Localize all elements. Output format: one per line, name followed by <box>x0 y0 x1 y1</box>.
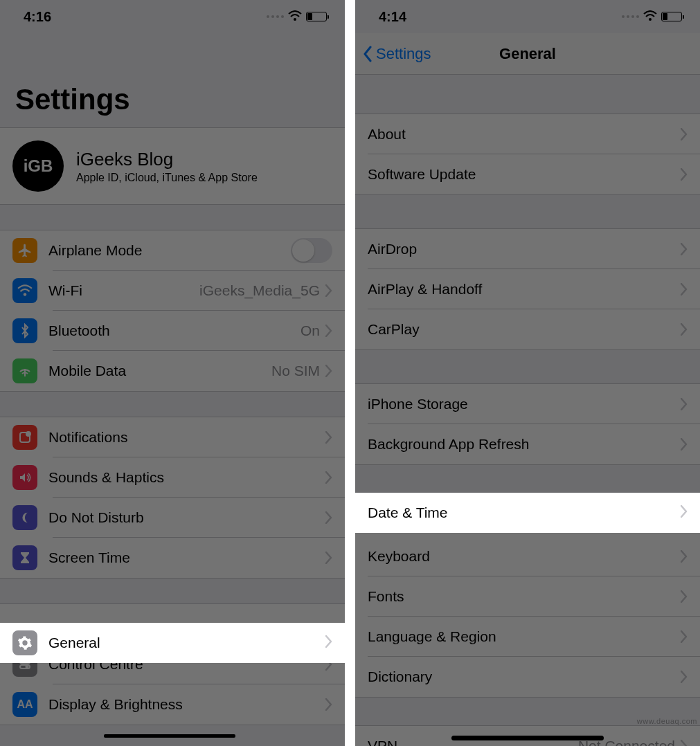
notifications-icon <box>12 425 37 450</box>
chevron-right-icon <box>325 635 332 651</box>
home-indicator[interactable] <box>451 736 604 740</box>
alerts-section: Notifications Sounds & Haptics Do Not Di… <box>0 417 345 579</box>
dictionary-row[interactable]: Dictionary <box>355 657 700 697</box>
wifi-icon <box>643 9 657 25</box>
sounds-label: Sounds & Haptics <box>48 469 325 486</box>
chevron-right-icon <box>325 365 332 377</box>
carplay-row[interactable]: CarPlay <box>355 309 700 349</box>
general-screen: 4:14 Settings General About Software Upd… <box>355 0 700 746</box>
chevron-right-icon <box>681 740 688 746</box>
chevron-right-icon <box>681 590 688 603</box>
iphone-storage-row[interactable]: iPhone Storage <box>355 384 700 424</box>
bluetooth-value: On <box>300 322 320 339</box>
wifi-label: Wi-Fi <box>48 282 199 299</box>
chevron-right-icon <box>681 630 688 643</box>
battery-icon <box>661 12 682 21</box>
sharing-section: AirDrop AirPlay & Handoff CarPlay <box>355 228 700 350</box>
general-label: General <box>48 635 325 651</box>
about-row[interactable]: About <box>355 114 700 154</box>
chevron-right-icon <box>681 671 688 683</box>
fonts-row[interactable]: Fonts <box>355 576 700 617</box>
keyboard-row[interactable]: Keyboard <box>355 536 700 576</box>
date-time-label: Date & Time <box>368 504 681 521</box>
wifi-icon <box>288 9 302 25</box>
language-label: Language & Region <box>368 628 681 645</box>
chevron-right-icon <box>325 511 332 524</box>
airplay-row[interactable]: AirPlay & Handoff <box>355 269 700 309</box>
keyboard-label: Keyboard <box>368 548 681 565</box>
chevron-right-icon <box>325 325 332 337</box>
chevron-right-icon <box>681 243 688 255</box>
display-label: Display & Brightness <box>48 696 325 713</box>
screen-time-row[interactable]: Screen Time <box>0 538 345 578</box>
connectivity-section: Airplane Mode Wi-Fi iGeeks_Media_5G Blue… <box>0 230 345 392</box>
display-row[interactable]: AA Display & Brightness <box>0 684 345 725</box>
battery-icon <box>306 12 327 21</box>
airplane-label: Airplane Mode <box>48 242 291 259</box>
chevron-right-icon <box>681 168 688 181</box>
mobile-data-row[interactable]: Mobile Data No SIM <box>0 351 345 391</box>
page-title: Settings <box>0 33 345 127</box>
chevron-right-icon <box>325 284 332 297</box>
airplane-icon <box>12 238 37 263</box>
background-refresh-label: Background App Refresh <box>368 436 681 453</box>
status-bar: 4:14 <box>355 0 700 33</box>
cellular-dots-icon <box>267 15 284 18</box>
software-update-row[interactable]: Software Update <box>355 154 700 194</box>
profile-subtitle: Apple ID, iCloud, iTunes & App Store <box>76 172 258 184</box>
airplane-toggle[interactable] <box>291 238 332 263</box>
gear-icon <box>12 630 37 655</box>
fonts-label: Fonts <box>368 588 681 605</box>
status-bar: 4:16 <box>0 0 345 33</box>
mobile-data-label: Mobile Data <box>48 363 271 379</box>
back-button[interactable]: Settings <box>362 45 431 63</box>
bluetooth-label: Bluetooth <box>48 322 300 339</box>
svg-point-3 <box>26 432 30 436</box>
language-row[interactable]: Language & Region <box>355 617 700 657</box>
wifi-value: iGeeks_Media_5G <box>199 282 320 299</box>
airdrop-row[interactable]: AirDrop <box>355 229 700 269</box>
chevron-right-icon <box>681 438 688 451</box>
airplane-mode-row[interactable]: Airplane Mode <box>0 230 345 271</box>
about-label: About <box>368 126 681 143</box>
chevron-right-icon <box>681 505 688 520</box>
hourglass-icon <box>12 545 37 570</box>
sounds-row[interactable]: Sounds & Haptics <box>0 457 345 498</box>
software-update-label: Software Update <box>368 166 681 183</box>
iphone-storage-label: iPhone Storage <box>368 396 681 412</box>
dictionary-label: Dictionary <box>368 668 681 685</box>
status-time: 4:16 <box>24 9 51 25</box>
apple-id-row[interactable]: iGB iGeeks Blog Apple ID, iCloud, iTunes… <box>0 127 345 205</box>
annotation-underline <box>104 734 235 738</box>
status-time: 4:14 <box>379 9 406 25</box>
avatar: iGB <box>12 140 64 192</box>
moon-icon <box>12 505 37 530</box>
settings-screen: 4:16 Settings iGB iGeeks Blog Apple ID, … <box>0 0 345 746</box>
wifi-settings-icon <box>12 278 37 303</box>
bluetooth-row[interactable]: Bluetooth On <box>0 311 345 351</box>
bluetooth-icon <box>12 318 37 343</box>
wifi-row[interactable]: Wi-Fi iGeeks_Media_5G <box>0 271 345 311</box>
notifications-row[interactable]: Notifications <box>0 417 345 457</box>
background-refresh-row[interactable]: Background App Refresh <box>355 424 700 464</box>
back-label: Settings <box>376 45 431 63</box>
nav-bar: Settings General <box>355 33 700 75</box>
mobile-data-value: No SIM <box>271 363 320 379</box>
chevron-right-icon <box>325 552 332 564</box>
general-section: Control Centre AA Display & Brightness <box>0 603 345 725</box>
airdrop-label: AirDrop <box>368 241 681 257</box>
date-time-row[interactable]: Date & Time <box>355 493 700 533</box>
notifications-label: Notifications <box>48 429 325 446</box>
watermark: www.deuaq.com <box>637 717 697 725</box>
airplay-label: AirPlay & Handoff <box>368 281 681 298</box>
chevron-right-icon <box>681 323 688 336</box>
about-section: About Software Update <box>355 113 700 195</box>
general-row[interactable]: General <box>0 623 345 663</box>
chevron-right-icon <box>681 398 688 410</box>
profile-name: iGeeks Blog <box>76 149 258 170</box>
chevron-right-icon <box>325 698 332 711</box>
display-icon: AA <box>12 692 37 717</box>
dnd-row[interactable]: Do Not Disturb <box>0 498 345 538</box>
cellular-icon <box>12 358 37 383</box>
cellular-dots-icon <box>622 15 639 18</box>
